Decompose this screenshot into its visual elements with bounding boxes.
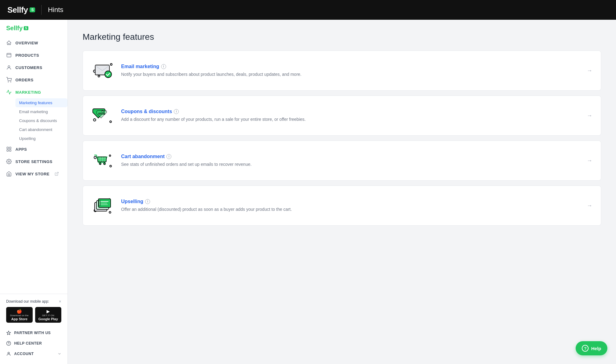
sidebar-item-products[interactable]: Products <box>0 49 67 61</box>
help-button[interactable]: ? Help <box>576 341 607 355</box>
sidebar-item-customers[interactable]: Customers <box>0 61 67 74</box>
help-center-icon <box>6 341 11 346</box>
app-store-sub: Download on the <box>10 314 29 317</box>
sidebar-item-view-my-store[interactable]: View my store <box>0 168 67 180</box>
orders-icon <box>6 77 12 83</box>
cart-arrow-icon: → <box>587 157 592 164</box>
sidebar-item-overview[interactable]: Overview <box>0 37 67 49</box>
svg-rect-37 <box>99 200 100 206</box>
sub-nav-marketing-features[interactable]: Marketing features <box>15 98 67 107</box>
sidebar-item-apps[interactable]: Apps <box>0 143 67 155</box>
app-store-badge[interactable]: 🍎 Download on the App Store <box>6 307 33 323</box>
svg-point-18 <box>110 121 112 123</box>
account-icon <box>6 351 11 356</box>
email-marketing-info-icon[interactable]: i <box>161 64 166 69</box>
svg-point-26 <box>104 163 105 165</box>
email-marketing-icon-wrap <box>92 59 114 82</box>
coupons-title: Coupons & discounts i <box>121 109 579 114</box>
coupons-arrow-icon: → <box>587 112 592 119</box>
products-icon <box>6 52 12 58</box>
email-marketing-content: Email marketing i Notify your buyers and… <box>121 64 579 78</box>
google-play-icon: ▶ <box>47 309 50 314</box>
coupons-info-icon[interactable]: i <box>174 109 179 114</box>
sidebar-item-store-settings-label: Store settings <box>15 159 52 164</box>
svg-point-17 <box>93 119 96 121</box>
sidebar-logo: Sellfy S <box>0 20 67 37</box>
sidebar-item-orders-label: Orders <box>15 78 34 82</box>
svg-point-29 <box>109 211 111 213</box>
sidebar-item-marketing[interactable]: Marketing <box>0 86 67 98</box>
svg-rect-0 <box>7 53 11 57</box>
email-marketing-title: Email marketing i <box>121 64 579 69</box>
cart-info-icon[interactable]: i <box>166 154 171 159</box>
coupons-desc: Add a discount for any number of your pr… <box>121 116 579 123</box>
google-play-badge[interactable]: ▶ GET IT ON Google Play <box>35 307 62 323</box>
upsell-arrow-icon: → <box>587 202 592 209</box>
sub-nav-cart-abandonment[interactable]: Cart abandonment <box>15 125 67 134</box>
coupons-icon: SALE <box>92 106 113 125</box>
cart-icon-wrap <box>92 149 114 172</box>
sidebar-item-orders[interactable]: Orders <box>0 74 67 86</box>
sidebar-item-apps-label: Apps <box>15 147 27 152</box>
svg-point-23 <box>110 165 112 167</box>
svg-point-4 <box>10 82 11 82</box>
help-button-label: Help <box>591 346 601 351</box>
external-link-icon <box>55 172 59 176</box>
customers-icon <box>6 65 12 70</box>
sub-nav-coupons-discounts[interactable]: Coupons & discounts <box>15 116 67 125</box>
feature-card-email-marketing[interactable]: Email marketing i Notify your buyers and… <box>83 51 601 91</box>
sub-nav-upselling[interactable]: Upselling <box>15 134 67 143</box>
mobile-app-title-text: Download our mobile app: <box>6 299 49 304</box>
svg-point-22 <box>94 156 96 159</box>
svg-rect-5 <box>7 147 8 149</box>
mobile-app-section: Download our mobile app: × <box>6 299 61 304</box>
feature-card-cart-abandonment[interactable]: Cart abandonment i See stats of unfinish… <box>83 141 601 181</box>
partner-label: Partner with us <box>14 331 51 335</box>
upsell-info-icon[interactable]: i <box>145 199 150 204</box>
top-header: Sellfy S Hints <box>0 0 616 20</box>
feature-card-coupons[interactable]: SALE Coupons & discounts i Add a discoun… <box>83 96 601 136</box>
marketing-icon <box>6 89 12 95</box>
sidebar-item-store-settings[interactable]: Store settings <box>0 155 67 168</box>
sidebar-item-overview-label: Overview <box>15 41 38 45</box>
svg-point-11 <box>8 352 9 354</box>
header-divider <box>41 5 42 15</box>
svg-rect-7 <box>7 150 8 151</box>
feature-card-upselling[interactable]: Upselling i Offer an additional (discoun… <box>83 186 601 226</box>
cart-title: Cart abandonment i <box>121 154 579 159</box>
sidebar-logo-text: Sellfy <box>6 25 22 32</box>
settings-icon <box>6 159 12 164</box>
sidebar-item-products-label: Products <box>15 53 39 58</box>
svg-point-2 <box>8 66 10 67</box>
sidebar-item-view-my-store-label: View my store <box>15 172 50 176</box>
account-label: Account <box>14 352 34 356</box>
svg-point-9 <box>8 161 10 162</box>
sidebar-item-account[interactable]: Account <box>6 349 61 359</box>
header-logo-text: Sellfy <box>7 5 28 15</box>
email-marketing-icon <box>92 61 113 80</box>
sidebar-item-partner[interactable]: Partner with us <box>6 328 61 338</box>
google-play-sub: GET IT ON <box>42 314 54 317</box>
svg-point-16 <box>105 71 112 78</box>
upsell-icon <box>92 196 113 215</box>
sidebar-item-help-center[interactable]: Help Center <box>6 338 61 349</box>
upsell-title: Upselling i <box>121 199 579 204</box>
svg-rect-6 <box>10 147 11 149</box>
store-icon <box>6 171 12 177</box>
close-mobile-app-icon[interactable]: × <box>59 299 61 304</box>
chevron-down-icon <box>58 352 61 356</box>
sidebar-logo-badge: S <box>24 26 28 30</box>
help-center-label: Help Center <box>14 341 42 346</box>
page-title: Marketing features <box>83 32 601 42</box>
app-badges: 🍎 Download on the App Store ▶ GET IT ON … <box>6 307 61 323</box>
email-marketing-arrow-icon: → <box>587 67 592 74</box>
sub-nav-email-marketing[interactable]: Email marketing <box>15 107 67 116</box>
sidebar-bottom: Download our mobile app: × 🍎 Download on… <box>0 294 67 364</box>
marketing-sub-nav: Marketing features Email marketing Coupo… <box>0 98 67 143</box>
home-icon <box>6 40 12 46</box>
email-marketing-desc: Notify your buyers and subscribers about… <box>121 71 579 78</box>
svg-point-10 <box>6 341 10 345</box>
sidebar-item-customers-label: Customers <box>15 65 42 70</box>
sidebar: Sellfy S Overview Products <box>0 20 68 364</box>
main-content: Marketing features <box>68 20 616 364</box>
